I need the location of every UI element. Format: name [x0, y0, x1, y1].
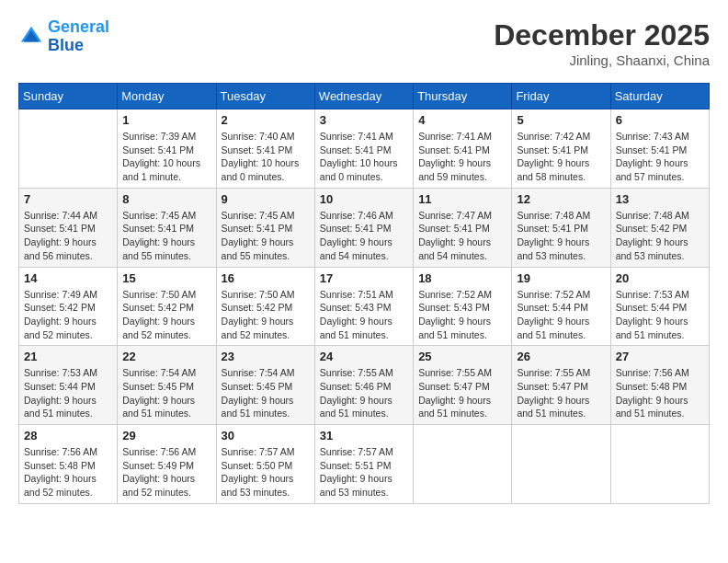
- page-header: General Blue December 2025 Jinling, Shaa…: [18, 18, 710, 68]
- day-number: 17: [320, 271, 408, 285]
- day-detail: Sunrise: 7:45 AMSunset: 5:41 PMDaylight:…: [122, 209, 210, 263]
- header-day-wednesday: Wednesday: [314, 84, 413, 109]
- day-detail: Sunrise: 7:54 AMSunset: 5:45 PMDaylight:…: [222, 366, 310, 420]
- calendar-cell: 24Sunrise: 7:55 AMSunset: 5:46 PMDayligh…: [314, 346, 413, 425]
- week-row-1: 7Sunrise: 7:44 AMSunset: 5:41 PMDaylight…: [19, 188, 710, 267]
- calendar-cell: 6Sunrise: 7:43 AMSunset: 5:41 PMDaylight…: [610, 109, 709, 189]
- calendar-cell: [610, 425, 709, 504]
- day-number: 15: [122, 271, 210, 285]
- day-number: 13: [616, 192, 704, 206]
- location: Jinling, Shaanxi, China: [494, 52, 710, 68]
- day-number: 3: [320, 113, 408, 127]
- day-number: 7: [24, 192, 112, 206]
- calendar-cell: 2Sunrise: 7:40 AMSunset: 5:41 PMDaylight…: [216, 109, 314, 189]
- day-detail: Sunrise: 7:55 AMSunset: 5:47 PMDaylight:…: [418, 366, 506, 420]
- calendar-cell: 5Sunrise: 7:42 AMSunset: 5:41 PMDaylight…: [512, 109, 610, 189]
- logo: General Blue: [18, 18, 109, 55]
- day-number: 30: [222, 429, 310, 442]
- day-detail: Sunrise: 7:41 AMSunset: 5:41 PMDaylight:…: [418, 130, 506, 184]
- day-detail: Sunrise: 7:45 AMSunset: 5:41 PMDaylight:…: [222, 209, 310, 263]
- day-detail: Sunrise: 7:49 AMSunset: 5:42 PMDaylight:…: [24, 288, 112, 342]
- day-number: 1: [122, 113, 210, 127]
- week-row-0: 1Sunrise: 7:39 AMSunset: 5:41 PMDaylight…: [19, 109, 710, 189]
- calendar-cell: 30Sunrise: 7:57 AMSunset: 5:50 PMDayligh…: [216, 425, 314, 504]
- calendar-cell: 19Sunrise: 7:52 AMSunset: 5:44 PMDayligh…: [512, 267, 610, 346]
- day-detail: Sunrise: 7:42 AMSunset: 5:41 PMDaylight:…: [517, 130, 605, 184]
- day-number: 24: [320, 350, 408, 363]
- day-detail: Sunrise: 7:47 AMSunset: 5:41 PMDaylight:…: [418, 209, 506, 263]
- day-number: 5: [517, 113, 605, 127]
- day-detail: Sunrise: 7:55 AMSunset: 5:46 PMDaylight:…: [320, 366, 408, 420]
- day-number: 20: [616, 271, 704, 285]
- day-detail: Sunrise: 7:43 AMSunset: 5:41 PMDaylight:…: [616, 130, 704, 184]
- calendar-cell: 14Sunrise: 7:49 AMSunset: 5:42 PMDayligh…: [19, 267, 118, 346]
- week-row-2: 14Sunrise: 7:49 AMSunset: 5:42 PMDayligh…: [19, 267, 710, 346]
- day-detail: Sunrise: 7:53 AMSunset: 5:44 PMDaylight:…: [616, 288, 704, 342]
- calendar-cell: 11Sunrise: 7:47 AMSunset: 5:41 PMDayligh…: [414, 188, 512, 267]
- calendar-header-row: SundayMondayTuesdayWednesdayThursdayFrid…: [19, 84, 710, 109]
- day-detail: Sunrise: 7:57 AMSunset: 5:50 PMDaylight:…: [222, 445, 310, 500]
- calendar-cell: 25Sunrise: 7:55 AMSunset: 5:47 PMDayligh…: [414, 346, 512, 425]
- day-number: 9: [222, 192, 310, 206]
- calendar-cell: [414, 425, 512, 504]
- day-number: 8: [122, 192, 210, 206]
- day-number: 11: [418, 192, 506, 206]
- day-detail: Sunrise: 7:56 AMSunset: 5:48 PMDaylight:…: [616, 366, 704, 420]
- day-detail: Sunrise: 7:44 AMSunset: 5:41 PMDaylight:…: [24, 209, 112, 263]
- calendar-cell: [19, 109, 118, 189]
- calendar-cell: 12Sunrise: 7:48 AMSunset: 5:41 PMDayligh…: [512, 188, 610, 267]
- calendar-cell: 1Sunrise: 7:39 AMSunset: 5:41 PMDaylight…: [118, 109, 216, 189]
- calendar-cell: 16Sunrise: 7:50 AMSunset: 5:42 PMDayligh…: [216, 267, 314, 346]
- day-number: 16: [222, 271, 310, 285]
- day-detail: Sunrise: 7:57 AMSunset: 5:51 PMDaylight:…: [320, 445, 408, 500]
- calendar-cell: 17Sunrise: 7:51 AMSunset: 5:43 PMDayligh…: [314, 267, 413, 346]
- calendar-cell: 18Sunrise: 7:52 AMSunset: 5:43 PMDayligh…: [414, 267, 512, 346]
- day-detail: Sunrise: 7:39 AMSunset: 5:41 PMDaylight:…: [122, 130, 210, 184]
- calendar-cell: 23Sunrise: 7:54 AMSunset: 5:45 PMDayligh…: [216, 346, 314, 425]
- day-number: 18: [418, 271, 506, 285]
- day-number: 14: [24, 271, 112, 285]
- calendar-cell: 27Sunrise: 7:56 AMSunset: 5:48 PMDayligh…: [610, 346, 709, 425]
- header-day-tuesday: Tuesday: [216, 84, 314, 109]
- calendar-cell: 4Sunrise: 7:41 AMSunset: 5:41 PMDaylight…: [414, 109, 512, 189]
- week-row-4: 28Sunrise: 7:56 AMSunset: 5:48 PMDayligh…: [19, 425, 710, 504]
- calendar-cell: 31Sunrise: 7:57 AMSunset: 5:51 PMDayligh…: [314, 425, 413, 504]
- day-detail: Sunrise: 7:55 AMSunset: 5:47 PMDaylight:…: [517, 366, 605, 420]
- day-detail: Sunrise: 7:46 AMSunset: 5:41 PMDaylight:…: [320, 209, 408, 263]
- calendar-cell: 10Sunrise: 7:46 AMSunset: 5:41 PMDayligh…: [314, 188, 413, 267]
- calendar-cell: 3Sunrise: 7:41 AMSunset: 5:41 PMDaylight…: [314, 109, 413, 189]
- month-title: December 2025: [494, 18, 710, 52]
- day-detail: Sunrise: 7:52 AMSunset: 5:43 PMDaylight:…: [418, 288, 506, 342]
- day-detail: Sunrise: 7:40 AMSunset: 5:41 PMDaylight:…: [222, 130, 310, 184]
- calendar-cell: [512, 425, 610, 504]
- day-number: 4: [418, 113, 506, 127]
- day-detail: Sunrise: 7:48 AMSunset: 5:42 PMDaylight:…: [616, 209, 704, 263]
- day-detail: Sunrise: 7:53 AMSunset: 5:44 PMDaylight:…: [24, 366, 112, 420]
- calendar-table: SundayMondayTuesdayWednesdayThursdayFrid…: [18, 83, 710, 504]
- header-day-saturday: Saturday: [610, 84, 709, 109]
- day-detail: Sunrise: 7:52 AMSunset: 5:44 PMDaylight:…: [517, 288, 605, 342]
- day-detail: Sunrise: 7:48 AMSunset: 5:41 PMDaylight:…: [517, 209, 605, 263]
- day-detail: Sunrise: 7:54 AMSunset: 5:45 PMDaylight:…: [122, 366, 210, 420]
- logo-icon: [18, 24, 44, 50]
- day-number: 19: [517, 271, 605, 285]
- header-day-thursday: Thursday: [414, 84, 512, 109]
- day-number: 23: [222, 350, 310, 363]
- day-number: 12: [517, 192, 605, 206]
- day-number: 21: [24, 350, 112, 363]
- calendar-cell: 15Sunrise: 7:50 AMSunset: 5:42 PMDayligh…: [118, 267, 216, 346]
- header-day-sunday: Sunday: [19, 84, 118, 109]
- calendar-cell: 20Sunrise: 7:53 AMSunset: 5:44 PMDayligh…: [610, 267, 709, 346]
- day-number: 26: [517, 350, 605, 363]
- day-number: 28: [24, 429, 112, 442]
- logo-text: General Blue: [48, 18, 109, 55]
- calendar-cell: 28Sunrise: 7:56 AMSunset: 5:48 PMDayligh…: [19, 425, 118, 504]
- day-number: 6: [616, 113, 704, 127]
- calendar-cell: 7Sunrise: 7:44 AMSunset: 5:41 PMDaylight…: [19, 188, 118, 267]
- day-number: 2: [222, 113, 310, 127]
- day-detail: Sunrise: 7:41 AMSunset: 5:41 PMDaylight:…: [320, 130, 408, 184]
- day-detail: Sunrise: 7:56 AMSunset: 5:49 PMDaylight:…: [122, 445, 210, 500]
- week-row-3: 21Sunrise: 7:53 AMSunset: 5:44 PMDayligh…: [19, 346, 710, 425]
- header-day-monday: Monday: [118, 84, 216, 109]
- day-number: 25: [418, 350, 506, 363]
